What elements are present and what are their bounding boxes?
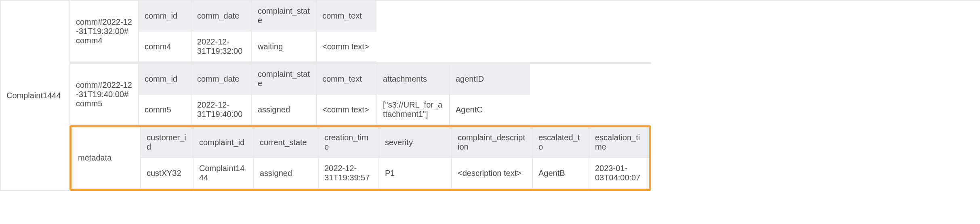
partition-key-cell: Complaint1444 — [1, 1, 69, 191]
column-header: current_state — [253, 127, 318, 158]
data-cell: <comm text> — [316, 95, 376, 125]
column-header: comm_date — [191, 1, 251, 32]
column-header: attachments — [376, 64, 449, 95]
data-row: custXY32Complaint1444assigned2022-12-31T… — [140, 158, 649, 189]
attributes-block: customer_idcomplaint_idcurrent_statecrea… — [140, 127, 649, 189]
data-cell: assigned — [251, 95, 316, 125]
attributes-block: comm_idcomm_datecomplaint_statecomm_text… — [138, 64, 530, 125]
sort-key-cell: comm#2022-12-31T19:40:00#comm5 — [69, 64, 138, 125]
sort-key-cell: metadata — [72, 127, 140, 189]
data-cell: 2022-12-31T19:32:00 — [191, 32, 251, 62]
column-header: complaint_id — [193, 127, 253, 158]
item-group: comm#2022-12-31T19:40:00#comm5comm_idcom… — [69, 62, 651, 125]
data-cell: Complaint1444 — [193, 158, 253, 189]
column-header: escalated_to — [532, 127, 589, 158]
column-header: comm_id — [138, 64, 191, 95]
data-cell: 2023-01-03T04:00:07 — [589, 158, 649, 189]
data-cell: P1 — [379, 158, 451, 189]
data-cell: ["s3://URL_for_attachment1"] — [376, 95, 449, 125]
header-row: comm_idcomm_datecomplaint_statecomm_text — [138, 1, 376, 32]
column-header: severity — [379, 127, 451, 158]
item-group: metadatacustomer_idcomplaint_idcurrent_s… — [69, 125, 651, 191]
data-cell: comm5 — [138, 95, 191, 125]
data-table: Complaint1444 comm#2022-12-31T19:32:00#c… — [0, 0, 980, 191]
data-cell: waiting — [251, 32, 316, 62]
column-header: complaint_state — [251, 1, 316, 32]
attributes-block: comm_idcomm_datecomplaint_statecomm_text… — [138, 1, 376, 62]
column-header: comm_id — [138, 1, 191, 32]
column-header: customer_id — [140, 127, 193, 158]
column-header: complaint_state — [251, 64, 316, 95]
data-row: comm52022-12-31T19:40:00assigned<comm te… — [138, 95, 530, 125]
column-header: complaint_description — [451, 127, 532, 158]
column-header: agentID — [449, 64, 530, 95]
data-cell: comm4 — [138, 32, 191, 62]
data-cell: 2022-12-31T19:40:00 — [191, 95, 251, 125]
column-header: creation_time — [318, 127, 379, 158]
data-cell: <description text> — [451, 158, 532, 189]
data-cell: 2022-12-31T19:39:57 — [318, 158, 379, 189]
sort-key-cell: comm#2022-12-31T19:32:00#comm4 — [69, 1, 138, 62]
column-header: escalation_time — [589, 127, 649, 158]
data-cell: <comm text> — [316, 32, 376, 62]
item-group: comm#2022-12-31T19:32:00#comm4comm_idcom… — [69, 1, 651, 62]
data-cell: AgentC — [449, 95, 530, 125]
header-row: comm_idcomm_datecomplaint_statecomm_text… — [138, 64, 530, 95]
data-cell: assigned — [253, 158, 318, 189]
column-header: comm_date — [191, 64, 251, 95]
data-cell: custXY32 — [140, 158, 193, 189]
column-header: comm_text — [316, 64, 376, 95]
data-cell: AgentB — [532, 158, 589, 189]
data-row: comm42022-12-31T19:32:00waiting<comm tex… — [138, 32, 376, 62]
header-row: customer_idcomplaint_idcurrent_statecrea… — [140, 127, 649, 158]
column-header: comm_text — [316, 1, 376, 32]
